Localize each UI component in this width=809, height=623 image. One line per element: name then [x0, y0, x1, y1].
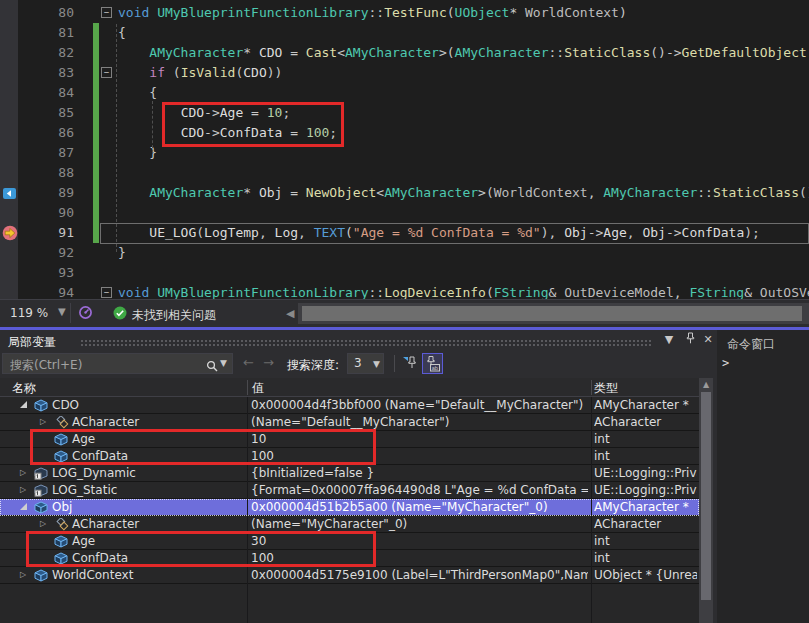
command-window-title: 命令窗口 — [727, 336, 775, 353]
search-depth-select[interactable]: 3 ▼ — [347, 353, 384, 374]
variable-value[interactable]: 0x000004d4f3bbf000 (Name="Default__MyCha… — [251, 397, 588, 413]
horizontal-scrollbar-thumb[interactable] — [302, 306, 802, 321]
line-number: 88 — [40, 163, 74, 183]
horizontal-scrollbar[interactable] — [298, 303, 809, 324]
code-editor[interactable]: 7980−void UMyBlueprintFunctionLibrary::T… — [0, 0, 809, 299]
search-icon[interactable] — [206, 358, 219, 377]
locals-row-worldcontext[interactable]: ▷WorldContext0x000004d5175e9100 (Label=L… — [0, 567, 699, 584]
window-menu-chevron-icon[interactable]: ▼ — [661, 332, 677, 348]
locals-column-headers: 名称 值 类型 — [0, 378, 699, 397]
document-health-icon[interactable] — [78, 305, 93, 323]
code-line: 85 CDO->Age = 10; — [0, 103, 809, 123]
svg-text:ab: ab — [432, 365, 438, 371]
variable-type: int — [594, 533, 697, 549]
collapse-arrow-icon[interactable] — [20, 401, 27, 408]
locals-row-log_static[interactable]: ▷LOG_Static{Format=0x00007ffa964490d8 L"… — [0, 482, 699, 499]
collapse-arrow-icon[interactable] — [20, 503, 27, 510]
variable-name: Obj — [52, 499, 72, 515]
expand-arrow-icon[interactable]: ▷ — [20, 469, 26, 477]
line-number: 80 — [40, 3, 74, 23]
field-icon — [34, 399, 48, 412]
chevron-down-icon[interactable]: ▼ — [58, 306, 66, 317]
variable-type: ACharacter — [594, 516, 697, 532]
variable-value[interactable]: (Name="MyCharacter"_0) — [251, 516, 588, 532]
variable-value[interactable]: 0x000004d51b2b5a00 (Name="MyCharacter"_0… — [251, 499, 588, 515]
code-text: void UMyBlueprintFunctionLibrary::LogDev… — [118, 283, 809, 299]
close-icon[interactable]: ✕ — [700, 332, 716, 348]
code-line: 93 — [0, 263, 809, 283]
code-text: void UMyBlueprintFunctionLibrary::TestFu… — [118, 3, 627, 23]
column-header-type[interactable]: 类型 — [594, 380, 618, 397]
column-header-value[interactable]: 值 — [252, 380, 264, 397]
column-divider — [591, 397, 592, 623]
search-box[interactable]: ▼ — [2, 353, 233, 374]
bookmark-icon[interactable] — [2, 185, 18, 201]
zoom-level-dropdown[interactable]: 119 % — [10, 306, 48, 320]
code-line: 84 { — [0, 83, 809, 103]
variable-value[interactable]: 0x000004d5175e9100 (Label=L"ThirdPersonM… — [251, 567, 588, 583]
variable-name: WorldContext — [52, 567, 133, 583]
no-issues-check-icon — [113, 306, 127, 323]
variable-type: ACharacter — [594, 414, 697, 430]
change-tracking-bar — [93, 23, 99, 243]
variable-type: AMyCharacter * — [594, 397, 697, 413]
separator — [70, 303, 71, 323]
variable-type: UE::Logging::Privat... — [594, 465, 697, 481]
variable-value[interactable]: {bInitialized=false } — [251, 465, 588, 481]
code-line: 82 AMyCharacter* CDO = Cast<AMyCharacter… — [0, 43, 809, 63]
flag-threads-icon[interactable] — [399, 353, 420, 374]
code-text: { — [118, 23, 126, 43]
code-text: AMyCharacter* CDO = Cast<AMyCharacter>(A… — [118, 43, 809, 63]
code-line: 83− if (IsValid(CDO)) — [0, 63, 809, 83]
variable-name: CDO — [52, 397, 79, 413]
variable-value[interactable]: {Format=0x00007ffa964490d8 L"Age = %d Co… — [251, 482, 588, 498]
search-back-arrow-icon[interactable]: ← — [243, 355, 254, 370]
line-number: 86 — [40, 123, 74, 143]
expand-arrow-icon[interactable]: ▷ — [40, 520, 46, 528]
expand-arrow-icon[interactable]: ▷ — [20, 571, 26, 579]
collapse-region-toggle[interactable]: − — [101, 67, 112, 78]
scroll-up-arrow-icon[interactable]: ▲ — [699, 380, 713, 389]
code-line: 92} — [0, 243, 809, 263]
code-line: 80−void UMyBlueprintFunctionLibrary::Tes… — [0, 3, 809, 23]
column-resize-handle[interactable] — [247, 380, 248, 395]
pin-window-icon[interactable] — [682, 332, 698, 348]
line-number: 83 — [40, 63, 74, 83]
command-window[interactable]: 命令窗口 > — [717, 330, 809, 623]
indent-guide — [116, 24, 117, 252]
red-annotation-box — [26, 531, 376, 567]
collapse-region-toggle[interactable]: − — [101, 287, 112, 298]
search-input[interactable] — [8, 355, 202, 374]
scroll-left-arrow-icon[interactable]: ◀ — [286, 307, 294, 320]
vs-window: 7980−void UMyBlueprintFunctionLibrary::T… — [0, 0, 809, 623]
line-number: 93 — [40, 263, 74, 283]
column-resize-handle[interactable] — [591, 380, 592, 395]
variable-type: int — [594, 550, 697, 566]
command-prompt[interactable]: > — [722, 356, 729, 370]
locals-row-cdo[interactable]: CDO0x000004d4f3bbf000 (Name="Default__My… — [0, 397, 699, 414]
expand-arrow-icon[interactable]: ▷ — [20, 486, 26, 494]
line-number: 94 — [40, 283, 74, 299]
current-statement-icon[interactable] — [2, 225, 18, 241]
column-header-name[interactable]: 名称 — [12, 380, 36, 397]
collapse-region-toggle[interactable]: − — [101, 7, 112, 18]
class-icon — [54, 518, 68, 531]
code-text: { — [118, 83, 157, 103]
bottom-panel-area: 局部变量 ▼ ✕ ▼ — [0, 330, 809, 623]
vertical-scrollbar-thumb[interactable] — [701, 392, 711, 600]
vertical-scrollbar[interactable]: ▲ — [699, 378, 713, 623]
locals-window-title: 局部变量 — [8, 334, 56, 351]
code-line: 81{ — [0, 23, 809, 43]
pin-values-toggle-icon[interactable]: ab — [422, 353, 443, 374]
locals-row-log_dynamic[interactable]: ▷LOG_Dynamic{bInitialized=false }UE::Log… — [0, 465, 699, 482]
variable-name: ACharacter — [72, 414, 139, 430]
variable-type: int — [594, 448, 697, 464]
line-number: 92 — [40, 243, 74, 263]
variable-value[interactable]: (Name="Default__MyCharacter") — [251, 414, 588, 430]
title-drag-texture[interactable] — [80, 339, 652, 346]
search-forward-arrow-icon[interactable]: → — [263, 355, 274, 370]
locals-row-obj[interactable]: Obj0x000004d51b2b5a00 (Name="MyCharacter… — [0, 499, 699, 516]
current-statement-highlight — [100, 223, 809, 244]
expand-arrow-icon[interactable]: ▷ — [40, 418, 46, 426]
search-options-chevron-icon[interactable]: ▼ — [220, 358, 227, 368]
